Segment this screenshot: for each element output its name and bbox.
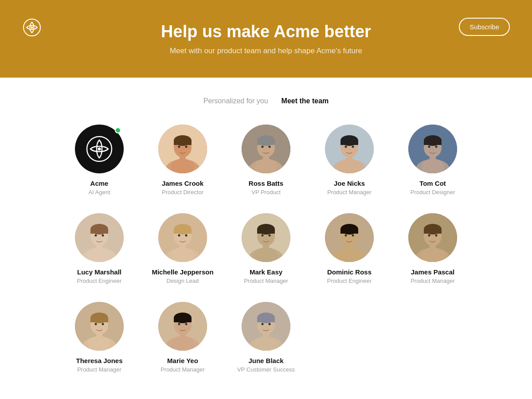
avatar-wrapper <box>158 302 207 351</box>
svg-point-11 <box>178 146 180 148</box>
svg-rect-70 <box>257 229 275 234</box>
team-member[interactable]: James Crook Product Director <box>145 125 220 196</box>
svg-rect-90 <box>424 229 442 234</box>
svg-point-32 <box>352 146 354 148</box>
member-title: Product Engineer <box>327 278 372 284</box>
svg-point-31 <box>345 146 347 148</box>
member-title: Product Designer <box>411 189 455 196</box>
member-title: AI Agent <box>88 189 110 196</box>
tab-meet-team[interactable]: Meet the team <box>282 95 329 107</box>
svg-point-52 <box>102 235 104 237</box>
member-title: VP Product <box>251 189 281 196</box>
team-grid: Acme AI Agent James Crook Product Direct… <box>62 125 470 373</box>
person-avatar <box>325 125 374 173</box>
svg-point-51 <box>95 235 97 237</box>
member-title: Product Manager <box>411 278 455 284</box>
svg-rect-10 <box>174 141 192 145</box>
team-member[interactable]: Mark Easy Product Manager <box>229 213 303 284</box>
svg-point-62 <box>185 235 188 237</box>
team-member[interactable]: Tom Cot Product Designer <box>395 125 470 196</box>
online-indicator <box>115 127 121 133</box>
member-title: Product Engineer <box>77 278 121 284</box>
svg-rect-110 <box>174 318 192 322</box>
team-member[interactable]: Ross Batts VP Product <box>229 125 303 196</box>
svg-point-83 <box>349 238 350 239</box>
svg-point-61 <box>178 235 180 237</box>
member-title: VP Customer Success <box>237 366 295 373</box>
team-member[interactable]: Michelle Jepperson Design Lead <box>145 213 220 284</box>
svg-point-123 <box>266 326 267 328</box>
svg-point-82 <box>352 235 354 237</box>
team-member[interactable]: James Pascal Product Manager <box>395 213 470 284</box>
team-member[interactable]: Lucy Marshall Product Engineer <box>62 213 137 284</box>
member-name: James Crook <box>162 180 203 187</box>
svg-point-101 <box>95 323 97 325</box>
member-name: Tom Cot <box>419 180 446 187</box>
person-avatar <box>242 213 290 262</box>
person-avatar <box>75 302 124 351</box>
svg-point-1 <box>31 27 33 29</box>
member-title: Product Manager <box>77 366 121 373</box>
member-title: Design Lead <box>167 278 199 284</box>
svg-point-73 <box>266 238 267 239</box>
svg-point-41 <box>428 146 430 148</box>
member-name: Acme <box>90 180 109 187</box>
member-name: Theresa Jones <box>76 357 122 364</box>
svg-point-92 <box>435 235 438 237</box>
avatar-wrapper <box>242 125 290 173</box>
svg-point-103 <box>99 326 100 328</box>
team-member[interactable]: Acme AI Agent <box>62 125 137 196</box>
svg-point-33 <box>349 149 350 151</box>
member-name: June Black <box>248 357 283 364</box>
svg-rect-50 <box>90 229 108 234</box>
svg-rect-120 <box>257 318 275 322</box>
person-avatar <box>75 213 124 262</box>
member-title: Product Manager <box>327 189 372 196</box>
member-title: Product Manager <box>160 366 205 373</box>
avatar-wrapper <box>242 302 290 351</box>
person-avatar <box>158 302 207 351</box>
avatar-wrapper <box>325 213 374 262</box>
avatar-wrapper <box>158 213 207 262</box>
svg-point-112 <box>185 323 188 325</box>
avatar-wrapper <box>408 125 457 173</box>
svg-point-43 <box>432 149 434 151</box>
logo[interactable] <box>22 18 42 37</box>
team-member[interactable]: Joe Nicks Product Manager <box>312 125 387 196</box>
tab-personalized[interactable]: Personalized for you <box>203 95 268 107</box>
person-avatar <box>242 125 290 173</box>
svg-point-23 <box>266 149 267 151</box>
svg-point-122 <box>269 323 271 325</box>
svg-rect-30 <box>340 141 358 145</box>
person-avatar <box>242 302 290 351</box>
header-title: Help us make Acme better <box>27 22 505 41</box>
svg-point-42 <box>435 146 438 148</box>
member-name: Joe Nicks <box>334 180 365 187</box>
svg-point-113 <box>182 326 184 328</box>
person-avatar <box>325 213 374 262</box>
svg-rect-40 <box>424 141 442 145</box>
svg-rect-20 <box>257 141 275 145</box>
svg-point-12 <box>185 146 188 148</box>
team-member[interactable]: Dominic Ross Product Engineer <box>312 213 387 284</box>
tab-bar: Personalized for you Meet the team <box>27 95 505 107</box>
team-member[interactable]: June Black VP Customer Success <box>229 302 303 373</box>
team-member[interactable]: Marie Yeo Product Manager <box>145 302 220 373</box>
member-name: Dominic Ross <box>327 268 372 276</box>
subscribe-button[interactable]: Subscribe <box>459 18 510 36</box>
avatar-wrapper <box>75 302 124 351</box>
svg-point-3 <box>98 148 101 151</box>
team-member[interactable]: Theresa Jones Product Manager <box>62 302 137 373</box>
member-title: Product Director <box>162 189 203 196</box>
svg-point-93 <box>432 238 434 239</box>
svg-point-81 <box>345 235 347 237</box>
svg-point-72 <box>269 235 271 237</box>
svg-rect-100 <box>90 318 108 322</box>
svg-point-111 <box>178 323 180 325</box>
person-avatar <box>408 213 457 262</box>
avatar-wrapper <box>75 213 124 262</box>
member-name: Marie Yeo <box>167 357 198 364</box>
member-name: Michelle Jepperson <box>152 268 213 276</box>
member-name: Ross Batts <box>249 180 283 187</box>
avatar-wrapper <box>242 213 290 262</box>
